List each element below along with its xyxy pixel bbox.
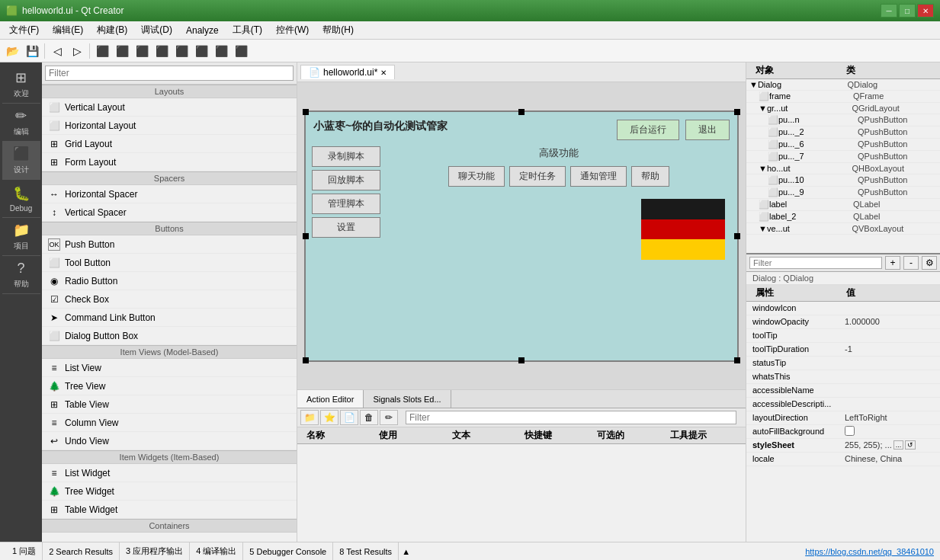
- timer-button[interactable]: 定时任务: [509, 166, 566, 187]
- status-app-output[interactable]: 3 应用程序输出: [120, 542, 190, 560]
- prop-row-accessibledesc[interactable]: accessibleDescripti...: [746, 398, 940, 411]
- status-test[interactable]: 8 Test Results: [333, 542, 399, 560]
- prop-row-stylesheet[interactable]: styleSheet 255, 255); ... ... ↺: [746, 439, 940, 453]
- help-button[interactable]: 帮助: [631, 166, 669, 187]
- toolbar-open[interactable]: 📂: [3, 42, 21, 60]
- oi-row-frame[interactable]: ⬜ frame QFrame: [746, 91, 940, 103]
- playback-button[interactable]: 回放脚本: [312, 170, 380, 190]
- maximize-button[interactable]: □: [899, 4, 916, 18]
- menu-analyze[interactable]: Analyze: [180, 24, 225, 37]
- sidebar-tab-projects[interactable]: 📁 项目: [2, 218, 40, 256]
- status-compile[interactable]: 4 编译输出: [190, 542, 243, 560]
- bottom-tab-signals-slots[interactable]: Signals Slots Ed...: [364, 390, 451, 408]
- record-button[interactable]: 录制脚本: [312, 146, 380, 167]
- oi-row-pu1[interactable]: ⬜ pu...n QPushButton: [746, 114, 940, 126]
- toolbar-form[interactable]: ⬛: [192, 42, 210, 60]
- widget-push-button[interactable]: OK Push Button: [42, 235, 297, 254]
- action-copy-btn[interactable]: 📄: [340, 410, 358, 425]
- widget-list-widget[interactable]: ≡ List Widget: [42, 464, 297, 482]
- status-debugger[interactable]: 5 Debugger Console: [243, 542, 333, 560]
- prop-row-tooltip[interactable]: toolTip: [746, 329, 940, 343]
- action-star-btn[interactable]: ⭐: [320, 410, 338, 425]
- oi-row-dialog[interactable]: ▼ Dialog QDialog: [746, 79, 940, 91]
- oi-row-vbox[interactable]: ▼ ve...ut QVBoxLayout: [746, 223, 940, 235]
- oi-row-pu9[interactable]: ⬜ pu..._9 QPushButton: [746, 187, 940, 199]
- widget-radio-button[interactable]: ◉ Radio Button: [42, 272, 297, 290]
- prop-row-windowicon[interactable]: windowIcon: [746, 302, 940, 315]
- widget-tree-widget[interactable]: 🌲 Tree Widget: [42, 482, 297, 501]
- prop-row-accessiblename[interactable]: accessibleName: [746, 384, 940, 398]
- editor-tab-helloworld[interactable]: 📄 helloworld.ui* ✕: [300, 65, 395, 79]
- widget-list-view[interactable]: ≡ List View: [42, 359, 297, 377]
- menu-file[interactable]: 文件(F): [3, 22, 45, 38]
- tab-close-icon[interactable]: ✕: [380, 69, 387, 77]
- exit-button[interactable]: 退出: [685, 120, 730, 140]
- oi-row-pu2[interactable]: ⬜ pu..._2 QPushButton: [746, 126, 940, 139]
- prop-row-locale[interactable]: locale Chinese, China: [746, 453, 940, 466]
- property-filter-input[interactable]: [749, 257, 882, 269]
- toolbar-align-left[interactable]: ⬛: [93, 42, 111, 60]
- widget-table-widget[interactable]: ⊞ Table Widget: [42, 501, 297, 519]
- prop-row-layoutdirection[interactable]: layoutDirection LeftToRight: [746, 411, 940, 425]
- toolbar-layout-v[interactable]: ⬛: [152, 42, 171, 60]
- oi-row-gridlayout[interactable]: ▼ gr...ut QGridLayout: [746, 103, 940, 114]
- widget-vertical-layout[interactable]: ⬜ Vertical Layout: [42, 98, 297, 117]
- stylesheet-reset-btn[interactable]: ↺: [905, 440, 916, 450]
- action-edit-btn[interactable]: ✏: [380, 410, 398, 425]
- status-problems[interactable]: 1 问题: [6, 542, 43, 560]
- toolbar-back[interactable]: ◁: [48, 42, 66, 60]
- prop-config-button[interactable]: ⚙: [922, 256, 937, 270]
- oi-row-hbox[interactable]: ▼ ho...ut QHBoxLayout: [746, 163, 940, 174]
- widget-table-view[interactable]: ⊞ Table View: [42, 395, 297, 414]
- widget-v-spacer[interactable]: ↕ Vertical Spacer: [42, 203, 297, 222]
- backend-run-button[interactable]: 后台运行: [617, 120, 679, 140]
- prop-row-windowopacity[interactable]: windowOpacity 1.000000: [746, 315, 940, 329]
- action-new-btn[interactable]: 📁: [300, 410, 319, 425]
- oi-row-label[interactable]: ⬜ label QLabel: [746, 199, 940, 211]
- widget-tool-button[interactable]: ⬜ Tool Button: [42, 254, 297, 272]
- action-delete-btn[interactable]: 🗑: [360, 410, 378, 425]
- prop-row-autofill[interactable]: autoFillBackground: [746, 425, 940, 439]
- widget-tree-view[interactable]: 🌲 Tree View: [42, 377, 297, 395]
- menu-edit[interactable]: 编辑(E): [47, 22, 89, 38]
- menu-build[interactable]: 构建(B): [91, 22, 133, 38]
- toolbar-forward[interactable]: ▷: [68, 42, 86, 60]
- stylesheet-edit-btn[interactable]: ...: [893, 440, 904, 450]
- widget-dialog-button-box[interactable]: ⬜ Dialog Button Box: [42, 327, 297, 345]
- toolbar-grid[interactable]: ⬛: [172, 42, 191, 60]
- toolbar-save[interactable]: 💾: [23, 42, 41, 60]
- close-button[interactable]: ✕: [917, 4, 934, 18]
- oi-row-pu6[interactable]: ⬜ pu..._6 QPushButton: [746, 139, 940, 151]
- settings-button[interactable]: 设置: [312, 217, 380, 238]
- widget-filter-input[interactable]: [45, 66, 294, 81]
- widget-command-link[interactable]: ➤ Command Link Button: [42, 309, 297, 327]
- chat-button[interactable]: 聊天功能: [448, 166, 505, 187]
- sidebar-tab-debug[interactable]: 🐛 Debug: [2, 180, 40, 218]
- notify-button[interactable]: 通知管理: [570, 166, 627, 187]
- status-search[interactable]: 2 Search Results: [43, 542, 120, 560]
- toolbar-break[interactable]: ⬛: [212, 42, 230, 60]
- menu-controls[interactable]: 控件(W): [270, 22, 315, 38]
- oi-row-pu10[interactable]: ⬜ pu...10 QPushButton: [746, 174, 940, 187]
- toolbar-adjust[interactable]: ⬛: [232, 42, 250, 60]
- sidebar-tab-welcome[interactable]: ⊞ 欢迎: [2, 66, 40, 104]
- minimize-button[interactable]: ─: [881, 4, 897, 18]
- manage-button[interactable]: 管理脚本: [312, 194, 380, 214]
- action-filter-input[interactable]: [406, 411, 736, 424]
- menu-debug[interactable]: 调试(D): [135, 22, 178, 38]
- widget-column-view[interactable]: ≡ Column View: [42, 414, 297, 432]
- prop-add-button[interactable]: +: [885, 256, 900, 270]
- toolbar-layout-h[interactable]: ⬛: [133, 42, 151, 60]
- sidebar-tab-help[interactable]: ? 帮助: [2, 256, 40, 294]
- prop-row-statustip[interactable]: statusTip: [746, 357, 940, 370]
- widget-form-layout[interactable]: ⊞ Form Layout: [42, 153, 297, 171]
- prop-row-whatsthistip[interactable]: whatsThis: [746, 370, 940, 384]
- design-canvas[interactable]: 小蓝枣~你的自动化测试管家 后台运行 退出 录制脚本 回放脚本 管理脚本 设置: [297, 82, 746, 389]
- oi-row-label2[interactable]: ⬜ label_2 QLabel: [746, 211, 940, 223]
- widget-h-spacer[interactable]: ↔ Horizontal Spacer: [42, 185, 297, 203]
- sidebar-tab-edit[interactable]: ✏ 编辑: [2, 104, 40, 142]
- widget-check-box[interactable]: ☑ Check Box: [42, 290, 297, 309]
- sidebar-tab-design[interactable]: ⬛ 设计: [2, 142, 40, 180]
- menu-help[interactable]: 帮助(H): [316, 22, 360, 38]
- prop-row-tooltipduration[interactable]: toolTipDuration -1: [746, 343, 940, 357]
